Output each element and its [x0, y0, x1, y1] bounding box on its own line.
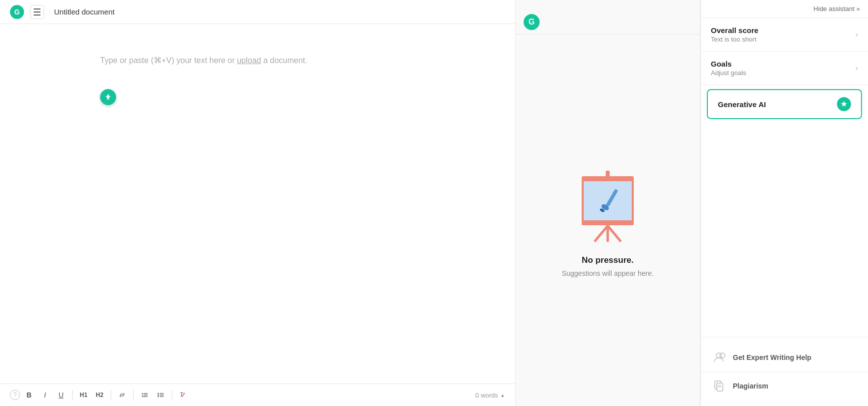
- grammarly-logo: G: [10, 5, 24, 19]
- center-panel: G No pressure. Suggestions will appear h…: [515, 0, 700, 406]
- help-icon[interactable]: ?: [10, 390, 20, 400]
- svg-rect-18: [606, 171, 610, 178]
- hamburger-button[interactable]: [30, 5, 44, 19]
- word-count-value: 0 words: [476, 391, 499, 399]
- center-panel-header: G: [516, 10, 700, 35]
- overall-score-title: Overall score: [711, 26, 855, 35]
- editor-placeholder: Type or paste (⌘+V) your text here or up…: [100, 54, 475, 67]
- overall-score-sub: Text is too short: [711, 36, 855, 43]
- editor-header: G Untitled document: [0, 0, 515, 24]
- get-expert-writing-help-item[interactable]: Get Expert Writing Help: [701, 343, 868, 372]
- goals-info: Goals Adjust goals: [711, 60, 855, 77]
- underline-button[interactable]: U: [54, 388, 68, 402]
- toolbar-divider-1: [72, 390, 73, 400]
- no-pressure-title: No pressure.: [582, 255, 634, 265]
- bold-button[interactable]: B: [22, 388, 36, 402]
- placeholder-text: Type or paste (⌘+V) your text here or: [100, 56, 237, 65]
- goals-sub: Adjust goals: [711, 69, 855, 77]
- h1-button[interactable]: H1: [77, 388, 91, 402]
- right-panel-bottom: Get Expert Writing Help Plagiarism: [701, 337, 868, 406]
- overall-score-info: Overall score Text is too short: [711, 26, 855, 43]
- hide-assistant-label: Hide assistant: [813, 5, 854, 13]
- center-grammarly-logo: G: [524, 14, 540, 30]
- toolbar-divider-4: [172, 390, 172, 400]
- editor-toolbar: ? B I U H1 H2 1. T 0 words ▲: [0, 383, 515, 406]
- goals-section[interactable]: Goals Adjust goals ›: [701, 52, 868, 85]
- easel-illustration: [568, 163, 648, 243]
- overall-score-section[interactable]: Overall score Text is too short ›: [701, 18, 868, 52]
- center-content: No pressure. Suggestions will appear her…: [552, 35, 664, 406]
- no-pressure-sub: Suggestions will appear here.: [562, 269, 654, 277]
- word-count[interactable]: 0 words ▲: [476, 391, 505, 399]
- goals-title: Goals: [711, 60, 855, 68]
- right-panel: Hide assistant » Overall score Text is t…: [700, 0, 868, 406]
- link-button[interactable]: [115, 388, 129, 402]
- clear-formatting-button[interactable]: T: [176, 388, 190, 402]
- generative-ai-icon: [837, 97, 851, 111]
- grammarly-float-button[interactable]: [100, 89, 116, 105]
- ordered-list-button[interactable]: 1.: [138, 388, 152, 402]
- svg-rect-17: [582, 220, 634, 225]
- right-panel-header: Hide assistant »: [701, 0, 868, 18]
- toolbar-divider-3: [133, 390, 134, 400]
- svg-line-12: [595, 226, 608, 241]
- hide-assistant-button[interactable]: Hide assistant »: [813, 5, 860, 13]
- editor-area: G Untitled document Type or paste (⌘+V) …: [0, 0, 515, 406]
- goals-arrow: ›: [855, 64, 858, 73]
- placeholder-end: a document.: [261, 56, 308, 65]
- svg-point-5: [158, 394, 159, 395]
- editor-body[interactable]: Type or paste (⌘+V) your text here or up…: [0, 24, 515, 383]
- h2-button[interactable]: H2: [93, 388, 107, 402]
- word-count-arrow: ▲: [500, 392, 505, 398]
- svg-line-13: [608, 226, 620, 241]
- expert-writing-icon: [711, 349, 727, 365]
- expert-writing-label: Get Expert Writing Help: [733, 353, 811, 361]
- overall-score-arrow: ›: [855, 30, 858, 39]
- plagiarism-icon: [711, 378, 727, 394]
- svg-point-4: [158, 393, 159, 394]
- plagiarism-label: Plagiarism: [733, 382, 768, 390]
- italic-button[interactable]: I: [38, 388, 52, 402]
- svg-rect-15: [583, 178, 633, 223]
- toolbar-divider-2: [111, 390, 111, 400]
- generative-ai-label: Generative AI: [718, 100, 766, 109]
- generative-ai-section[interactable]: Generative AI: [707, 89, 862, 119]
- unordered-list-button[interactable]: [154, 388, 168, 402]
- upload-link[interactable]: upload: [237, 56, 261, 65]
- plagiarism-item[interactable]: Plagiarism: [701, 372, 868, 400]
- document-title: Untitled document: [54, 8, 115, 16]
- svg-point-23: [720, 353, 725, 358]
- svg-point-6: [158, 396, 159, 397]
- hide-assistant-arrows: »: [856, 5, 860, 13]
